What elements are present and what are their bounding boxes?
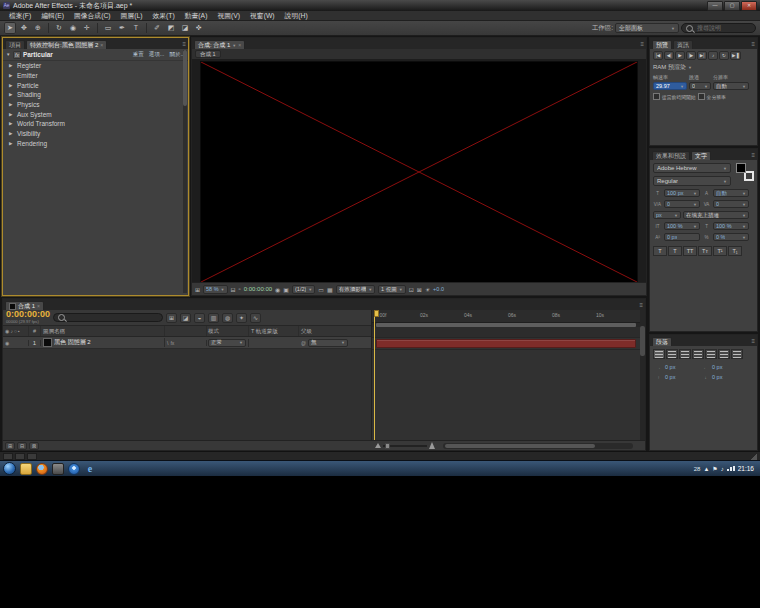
close-tab-icon[interactable]: × (37, 303, 40, 309)
draft-3d-button[interactable]: ◪ (180, 313, 191, 323)
ram-preview-button[interactable]: ▶▐ (730, 51, 741, 60)
brainstorm-button[interactable]: ✦ (236, 313, 247, 323)
explorer-folder-icon[interactable] (20, 463, 32, 475)
internet-explorer-icon[interactable]: e (84, 463, 96, 475)
puppet-pin-tool[interactable]: ✜ (193, 22, 205, 34)
selection-tool[interactable]: ➤ (4, 22, 16, 34)
tab-project[interactable]: 項目 (5, 40, 25, 49)
zoom-out-icon[interactable] (375, 443, 381, 448)
close-button[interactable]: ✕ (741, 1, 757, 11)
small-caps-button[interactable]: Tᴛ (698, 246, 712, 256)
font-family-dropdown[interactable]: Adobe Hebrew ▼ (653, 163, 731, 173)
current-time-indicator[interactable] (374, 310, 375, 440)
hidden-icons-arrow[interactable]: ▲ (703, 466, 709, 472)
taskbar-app-icon[interactable] (52, 463, 64, 475)
tracking-dropdown[interactable]: 0 ▼ (713, 200, 749, 208)
current-time-block[interactable]: 0:00:00:00 00000 (29.97 fps) (6, 310, 50, 324)
justify-last-right-button[interactable] (718, 349, 730, 359)
baseline-shift-field[interactable]: 0 px (664, 233, 700, 241)
vertical-scale-field[interactable]: 100 % ▼ (664, 222, 700, 230)
mask-shape-tool[interactable]: ▭ (102, 22, 114, 34)
layer-visibility-toggle[interactable]: ◉ (5, 340, 9, 346)
full-resolution-checkbox[interactable] (698, 93, 705, 100)
group-register[interactable]: ▶Register (3, 61, 188, 71)
faux-italic-button[interactable]: T (668, 246, 682, 256)
align-center-button[interactable] (666, 349, 678, 359)
magnification-dropdown[interactable]: 58 % ▼ (203, 285, 228, 294)
start-button[interactable] (3, 462, 16, 475)
close-tab-icon[interactable]: × (238, 42, 241, 48)
menu-layer[interactable]: 圖層(L) (116, 11, 148, 21)
tab-effect-controls[interactable]: 特效控制台:黑色 固態層 2 × (26, 40, 107, 49)
layer-row[interactable]: ◉ 1 黑色 固態層 2 \ fx 正常 (3, 337, 371, 349)
roi-icon[interactable]: ▭ (318, 286, 324, 293)
layer-name-cell[interactable]: 黑色 固態層 2 (41, 338, 165, 347)
menu-effect[interactable]: 效果(T) (147, 11, 179, 21)
3d-view-dropdown[interactable]: 有效攝影機 ▼ (336, 285, 375, 294)
firefox-icon[interactable] (36, 463, 48, 475)
zoom-tool[interactable]: ⊕ (32, 22, 44, 34)
maximize-button[interactable]: ▢ (724, 1, 740, 11)
group-aux-system[interactable]: ▶Aux System (3, 109, 188, 119)
menu-composition[interactable]: 圖像合成(C) (69, 11, 116, 21)
tab-preview[interactable]: 預覽 (652, 40, 672, 49)
quality-switch[interactable]: \ (167, 340, 168, 346)
kerning-dropdown[interactable]: 0 ▼ (664, 200, 700, 208)
all-caps-button[interactable]: TT (683, 246, 697, 256)
exposure-icon[interactable]: ☀ (425, 286, 430, 293)
track-matte-column-header[interactable]: T 軌道蒙版 (249, 326, 299, 336)
grid-options-icon[interactable]: ⊞ (195, 286, 200, 293)
pickwhip-icon[interactable]: @ (301, 340, 306, 346)
timeline-zoom-control[interactable] (375, 442, 435, 449)
show-snapshot-icon[interactable]: ▣ (283, 286, 289, 293)
superscript-button[interactable]: T¹ (713, 246, 727, 256)
resize-grip[interactable] (750, 453, 757, 460)
rotation-tool[interactable]: ↻ (53, 22, 65, 34)
pixel-aspect-icon[interactable]: ⊡ (409, 286, 414, 293)
leading-dropdown[interactable]: 自動 ▼ (713, 189, 749, 197)
volume-icon[interactable]: ♪ (721, 466, 724, 472)
panel-menu-icon[interactable]: ≡ (640, 40, 644, 49)
pen-tool[interactable]: ✒ (116, 22, 128, 34)
last-frame-button[interactable]: ▶| (697, 51, 707, 60)
taskbar-clock[interactable]: 21:16 (738, 465, 754, 472)
skip-dropdown[interactable]: 0 ▼ (689, 82, 711, 90)
subscript-button[interactable]: T₁ (728, 246, 742, 256)
group-physics[interactable]: ▶Physics (3, 100, 188, 110)
group-shading[interactable]: ▶Shading (3, 90, 188, 100)
align-right-button[interactable] (679, 349, 691, 359)
menu-view[interactable]: 視圖(V) (212, 11, 245, 21)
previous-frame-button[interactable]: ◀| (664, 51, 674, 60)
parent-dropdown[interactable]: 無 ▼ (308, 339, 348, 347)
audio-button[interactable]: ♪ (708, 51, 718, 60)
cti-handle[interactable] (374, 310, 379, 317)
index-column-header[interactable]: # (29, 326, 41, 336)
faux-bold-button[interactable]: T (653, 246, 667, 256)
hand-tool[interactable]: ✥ (18, 22, 30, 34)
group-visibility[interactable]: ▶Visibility (3, 129, 188, 139)
expand-layer-switches-button[interactable]: ⊞ (5, 442, 15, 450)
media-player-icon[interactable] (68, 463, 80, 475)
menu-edit[interactable]: 編輯(E) (36, 11, 69, 21)
expand-icon[interactable]: ▼ (6, 52, 11, 57)
reset-link[interactable]: 重置 (133, 51, 144, 58)
unified-camera-tool[interactable]: ◉ (67, 22, 79, 34)
close-tab-icon[interactable]: × (100, 42, 103, 48)
workspace-dropdown[interactable]: 全部面板 ▼ (615, 23, 679, 33)
menu-help[interactable]: 說明(H) (280, 11, 313, 21)
safe-margins-icon[interactable]: ⊟ (231, 286, 236, 293)
mask-visibility-icon[interactable]: ▫ (239, 286, 241, 292)
network-icon[interactable] (727, 466, 735, 471)
switches-column-header[interactable] (165, 326, 207, 336)
menu-animation[interactable]: 動畫(A) (180, 11, 213, 21)
justify-last-center-button[interactable] (705, 349, 717, 359)
indent-right-field[interactable]: 0 px (712, 364, 746, 370)
align-left-button[interactable] (653, 349, 665, 359)
group-particle[interactable]: ▶Particle (3, 80, 188, 90)
frame-blending-button[interactable]: ▥ (208, 313, 219, 323)
zoom-slider-knob[interactable] (385, 443, 390, 449)
scrollbar-thumb[interactable] (183, 50, 187, 106)
layer-duration-bar[interactable] (376, 339, 636, 348)
stroke-width-dropdown[interactable]: px ▼ (653, 211, 681, 219)
composition-mini-flowchart-button[interactable]: ⊞ (166, 313, 177, 323)
